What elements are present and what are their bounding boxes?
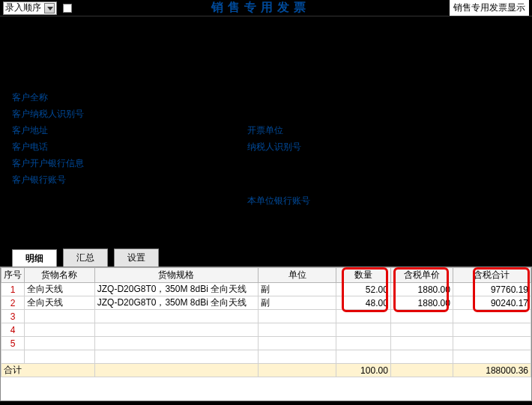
col-seq[interactable]: 序号 xyxy=(1,268,25,283)
total-amount: 188000.36 xyxy=(453,364,531,377)
cell-name[interactable]: 全向天线 xyxy=(25,296,95,310)
invoice-header-form: 客户全称 客户纳税人识别号 客户地址 客户电话 客户开户银行信息 客户银行账号 … xyxy=(0,16,532,249)
tab-summary-label: 汇总 xyxy=(76,252,94,264)
sort-dropdown[interactable]: 录入顺序 xyxy=(3,1,57,15)
chevron-down-icon[interactable] xyxy=(44,3,55,13)
label-customer-name: 客户全称 xyxy=(12,91,48,104)
table-row[interactable]: 4 xyxy=(1,323,531,337)
cell-unit[interactable]: 副 xyxy=(259,283,336,296)
label-customer-bank: 客户开户银行信息 xyxy=(12,157,84,170)
page-title: 销售专用发票 xyxy=(72,0,450,16)
col-price[interactable]: 含税单价 xyxy=(390,268,453,283)
cell-price[interactable]: 1880.00 xyxy=(390,283,453,296)
cell-seq: 5 xyxy=(1,337,25,350)
sort-dropdown-label: 录入顺序 xyxy=(5,1,41,14)
col-qty[interactable]: 数量 xyxy=(336,268,391,283)
display-mode-label: 销售专用发票显示 xyxy=(450,0,529,16)
table-row[interactable] xyxy=(1,350,531,364)
tabs: 明细 汇总 设置 xyxy=(12,249,532,267)
col-name[interactable]: 货物名称 xyxy=(25,268,95,283)
label-customer-account: 客户银行账号 xyxy=(12,174,66,186)
col-unit[interactable]: 单位 xyxy=(259,268,336,283)
cell-price[interactable]: 1880.00 xyxy=(390,296,453,310)
detail-table: 序号 货物名称 货物规格 单位 数量 含税单价 含税合计 1 全向天线 JZQ-… xyxy=(1,267,531,377)
cell-seq: 3 xyxy=(1,310,25,323)
label-customer-taxid: 客户纳税人识别号 xyxy=(12,108,84,121)
cell-amount[interactable]: 90240.17 xyxy=(453,296,531,310)
label-issuer-taxid: 纳税人识别号 xyxy=(247,141,301,153)
cell-qty[interactable]: 52.00 xyxy=(336,283,391,296)
cell-spec[interactable]: JZQ-D20G8T0，350M 8dBi 全向天线 xyxy=(94,296,258,310)
detail-grid: 序号 货物名称 货物规格 单位 数量 含税单价 含税合计 1 全向天线 JZQ-… xyxy=(0,267,532,401)
table-row[interactable]: 2 全向天线 JZQ-D20G8T0，350M 8dBi 全向天线 副 48.0… xyxy=(1,296,531,310)
tab-summary[interactable]: 汇总 xyxy=(63,249,108,267)
total-qty: 100.00 xyxy=(336,364,391,377)
total-row: 合计 100.00 188000.36 xyxy=(1,364,531,377)
col-amount[interactable]: 含税合计 xyxy=(453,268,531,283)
top-bar: 录入顺序 销售专用发票 销售专用发票显示 xyxy=(0,0,532,16)
col-spec[interactable]: 货物规格 xyxy=(94,268,258,283)
label-issuer-account: 本单位银行账号 xyxy=(247,195,310,207)
cell-seq: 4 xyxy=(1,323,25,337)
tab-detail-label: 明细 xyxy=(25,252,43,265)
cell-name[interactable]: 全向天线 xyxy=(25,283,95,296)
cell-unit[interactable]: 副 xyxy=(259,296,336,310)
table-row[interactable]: 5 xyxy=(1,337,531,350)
label-customer-address: 客户地址 xyxy=(12,124,48,137)
table-row[interactable]: 1 全向天线 JZQ-D20G8T0，350M 8dBi 全向天线 副 52.0… xyxy=(1,283,531,296)
checkbox-1[interactable] xyxy=(63,4,72,13)
total-label: 合计 xyxy=(1,364,95,377)
cell-seq: 2 xyxy=(1,296,25,310)
table-row[interactable]: 3 xyxy=(1,310,531,323)
label-customer-phone: 客户电话 xyxy=(12,141,48,153)
cell-spec[interactable]: JZQ-D20G8T0，350M 8dBi 全向天线 xyxy=(94,283,258,296)
cell-amount[interactable]: 97760.19 xyxy=(453,283,531,296)
cell-seq: 1 xyxy=(1,283,25,296)
tab-settings[interactable]: 设置 xyxy=(114,249,159,267)
tab-settings-label: 设置 xyxy=(127,252,145,264)
tab-detail[interactable]: 明细 xyxy=(12,249,57,267)
label-issuer: 开票单位 xyxy=(247,124,283,137)
cell-qty[interactable]: 48.00 xyxy=(336,296,391,310)
table-header-row: 序号 货物名称 货物规格 单位 数量 含税单价 含税合计 xyxy=(1,268,531,283)
cell-seq xyxy=(1,350,25,364)
